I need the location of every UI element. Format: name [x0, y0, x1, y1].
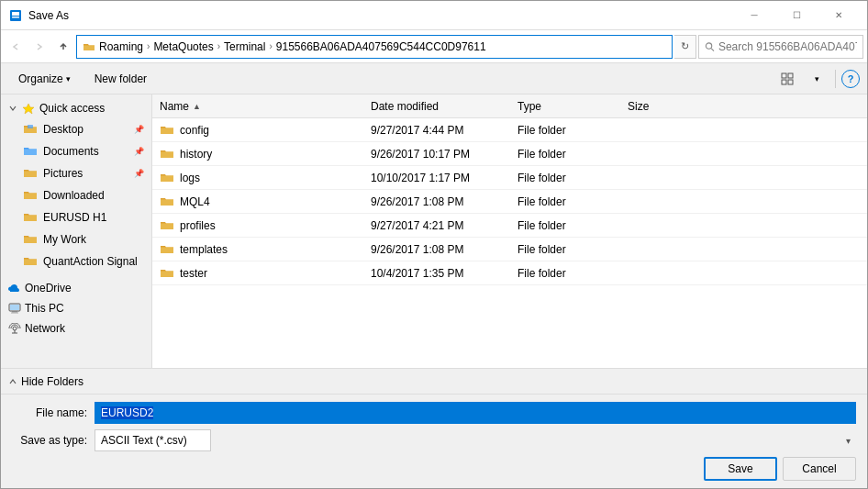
svg-marker-9 [23, 104, 34, 114]
savetype-select[interactable]: ASCII Text (*.csv) [95, 429, 211, 451]
hide-folders-row[interactable]: Hide Folders [1, 368, 867, 394]
sidebar-item-pictures[interactable]: Pictures 📌 [1, 162, 151, 184]
folder-icon [160, 243, 174, 256]
maximize-button[interactable]: ☐ [775, 1, 818, 30]
organize-button[interactable]: Organize ▾ [8, 67, 81, 91]
file-date-cell: 9/26/2017 1:08 PM [371, 243, 517, 256]
table-row[interactable]: MQL4 9/26/2017 1:08 PM File folder [152, 190, 867, 214]
file-type-cell: File folder [517, 267, 628, 280]
table-row[interactable]: tester 10/4/2017 1:35 PM File folder [152, 261, 867, 285]
table-row[interactable]: config 9/27/2017 4:44 PM File folder [152, 118, 867, 142]
back-button[interactable] [5, 36, 27, 58]
col-header-date[interactable]: Date modified [371, 100, 517, 113]
network-section[interactable]: Network [1, 318, 151, 339]
svg-line-4 [711, 48, 714, 50]
file-date-cell: 9/26/2017 10:17 PM [371, 148, 517, 161]
folder-icon [160, 195, 174, 208]
sidebar-label-downloaded: Downloaded [43, 189, 105, 202]
window-controls: ─ ☐ ✕ [733, 1, 860, 30]
filename-label: File name: [12, 406, 95, 419]
address-bar: Roaming › MetaQuotes › Terminal › 915566… [1, 30, 867, 63]
onedrive-section[interactable]: OneDrive [1, 278, 151, 298]
view-toggle-button[interactable] [774, 67, 800, 91]
forward-button[interactable] [28, 36, 50, 58]
col-header-name[interactable]: Name ▲ [160, 100, 371, 113]
col-header-type[interactable]: Type [517, 100, 628, 113]
file-date-cell: 10/10/2017 1:17 PM [371, 172, 517, 184]
file-date-cell: 9/26/2017 1:08 PM [371, 195, 517, 208]
dialog-icon [8, 8, 23, 23]
folder-icon [160, 267, 174, 280]
sidebar-label-desktop: Desktop [43, 123, 83, 136]
file-date-cell: 9/27/2017 4:44 PM [371, 124, 517, 137]
svg-rect-14 [11, 313, 18, 314]
new-folder-button[interactable]: New folder [84, 67, 157, 91]
table-row[interactable]: logs 10/10/2017 1:17 PM File folder [152, 166, 867, 190]
computer-icon [8, 303, 21, 314]
file-name-cell: tester [160, 267, 371, 280]
path-roaming: Roaming [99, 40, 143, 53]
cancel-button[interactable]: Cancel [783, 457, 856, 481]
toolbar-right: ▾ ? [774, 67, 860, 91]
minimize-button[interactable]: ─ [733, 1, 775, 30]
network-label: Network [25, 322, 65, 335]
file-list-header: Name ▲ Date modified Type Size [152, 94, 867, 118]
refresh-button[interactable]: ↻ [674, 35, 696, 59]
sidebar-label-documents: Documents [43, 145, 99, 158]
file-date-cell: 10/4/2017 1:35 PM [371, 267, 517, 280]
onedrive-icon [8, 283, 21, 293]
search-box [698, 35, 863, 59]
close-button[interactable]: ✕ [818, 1, 860, 30]
file-type-cell: File folder [517, 195, 628, 208]
file-type-cell: File folder [517, 124, 628, 137]
sidebar-item-documents[interactable]: Documents 📌 [1, 140, 151, 162]
svg-rect-8 [788, 80, 793, 84]
title-bar: Save As ─ ☐ ✕ [1, 1, 867, 30]
sidebar-item-eurusd[interactable]: EURUSD H1 [1, 206, 151, 228]
savetype-wrapper: ASCII Text (*.csv) ▾ [95, 429, 856, 451]
file-name-cell: logs [160, 172, 371, 184]
sidebar-item-desktop[interactable]: Desktop 📌 [1, 118, 151, 140]
filename-input[interactable] [95, 402, 856, 424]
folder-icon-pictures [23, 167, 38, 180]
quick-access-icon [21, 102, 36, 115]
sidebar-label-eurusd: EURUSD H1 [43, 211, 106, 224]
file-name-cell: history [160, 148, 371, 161]
up-button[interactable] [52, 36, 74, 58]
path-terminal: Terminal [224, 40, 265, 53]
thispc-section[interactable]: This PC [1, 298, 151, 318]
sidebar-item-quantaction[interactable]: QuantAction Signal [1, 250, 151, 272]
svg-rect-10 [28, 125, 33, 128]
save-button[interactable]: Save [704, 457, 777, 481]
address-path[interactable]: Roaming › MetaQuotes › Terminal › 915566… [76, 35, 673, 59]
file-date-cell: 9/27/2017 4:21 PM [371, 219, 517, 232]
sidebar-item-mywork[interactable]: My Work [1, 228, 151, 250]
dialog-title: Save As [28, 9, 733, 22]
file-list: Name ▲ Date modified Type Size [152, 94, 867, 368]
svg-rect-1 [12, 12, 19, 16]
dialog-buttons: Save Cancel [12, 457, 856, 481]
thispc-label: This PC [25, 302, 64, 315]
quick-access-section[interactable]: Quick access [1, 98, 151, 118]
table-row[interactable]: history 9/26/2017 10:17 PM File folder [152, 142, 867, 166]
help-button[interactable]: ? [841, 70, 860, 88]
file-rows-container: config 9/27/2017 4:44 PM File folder his… [152, 118, 867, 285]
folder-icon [83, 41, 95, 52]
view-dropdown-button[interactable]: ▾ [804, 67, 829, 91]
sidebar: Quick access Desktop 📌 Documents 📌 [1, 94, 152, 368]
folder-icon [160, 124, 174, 137]
file-type-cell: File folder [517, 219, 628, 232]
onedrive-label: OneDrive [25, 282, 72, 295]
sidebar-item-downloaded[interactable]: Downloaded [1, 184, 151, 206]
toolbar-separator [835, 70, 836, 88]
folder-icon [160, 172, 174, 184]
table-row[interactable]: templates 9/26/2017 1:08 PM File folder [152, 238, 867, 261]
col-header-size[interactable]: Size [628, 100, 701, 113]
search-input[interactable] [718, 40, 857, 53]
savetype-label: Save as type: [12, 434, 95, 447]
toolbar: Organize ▾ New folder ▾ ? [1, 63, 867, 94]
svg-rect-6 [788, 73, 793, 78]
file-type-cell: File folder [517, 148, 628, 161]
pin-icon-desktop: 📌 [134, 125, 144, 134]
table-row[interactable]: profiles 9/27/2017 4:21 PM File folder [152, 214, 867, 238]
